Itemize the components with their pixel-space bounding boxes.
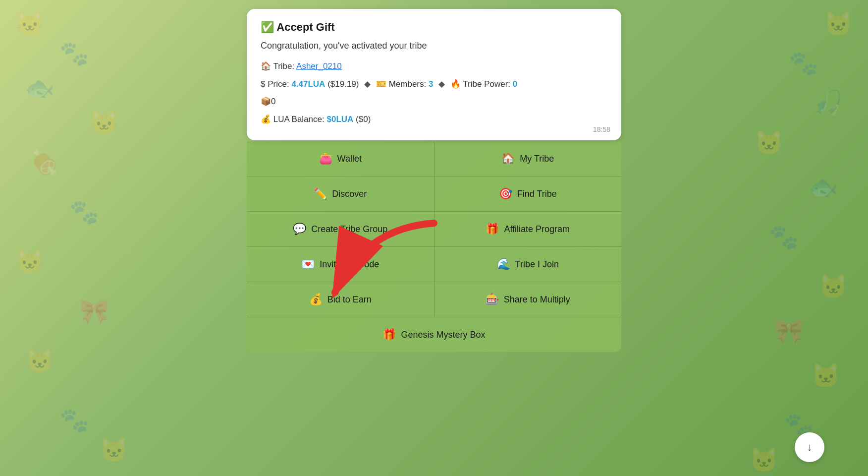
discover-label: Discover bbox=[332, 189, 367, 199]
bid-to-earn-icon: 💰 bbox=[309, 293, 323, 306]
message-subtitle: Congratulation, you've activated your tr… bbox=[261, 41, 607, 51]
find-tribe-label: Find Tribe bbox=[517, 189, 557, 199]
menu-item-create-tribe-group[interactable]: 💬 Create Tribe Group bbox=[247, 212, 434, 246]
my-tribe-icon: 🏠 bbox=[501, 152, 515, 165]
menu-item-affiliate-program[interactable]: 🎁 Affiliate Program bbox=[434, 212, 622, 246]
share-to-multiply-icon: 🎰 bbox=[486, 293, 499, 306]
tribe-i-join-icon: 🌊 bbox=[497, 258, 510, 271]
box-count: 📦0 bbox=[261, 97, 275, 106]
box-row: 📦0 bbox=[261, 95, 607, 108]
chat-area: ✅ Accept Gift Congratulation, you've act… bbox=[241, 0, 627, 476]
lua-balance-value: $0LUA bbox=[326, 115, 353, 124]
tribe-row: 🏠 Tribe: Asher_0210 bbox=[261, 60, 607, 73]
wallet-label: Wallet bbox=[337, 154, 362, 164]
lua-balance-usd: ($0) bbox=[356, 115, 371, 124]
tribe-power-label: Tribe Power: bbox=[463, 79, 510, 89]
tribe-link[interactable]: Asher_0210 bbox=[296, 61, 342, 71]
tribe-power-value: 0 bbox=[513, 79, 517, 89]
menu-item-share-to-multiply[interactable]: 🎰 Share to Multiply bbox=[434, 282, 622, 317]
create-tribe-group-label: Create Tribe Group bbox=[311, 224, 387, 235]
genesis-mystery-box-label: Genesis Mystery Box bbox=[401, 330, 485, 340]
menu-item-find-tribe[interactable]: 🎯 Find Tribe bbox=[434, 177, 622, 211]
members-label: Members: bbox=[389, 79, 427, 89]
lua-balance-label: 💰 LUA Balance: bbox=[261, 115, 325, 124]
menu-item-wallet[interactable]: 👛 Wallet bbox=[247, 141, 434, 176]
price-usd: ($19.19) bbox=[327, 79, 359, 89]
menu-item-tribe-i-join[interactable]: 🌊 Tribe I Join bbox=[434, 247, 622, 282]
menu-item-discover[interactable]: ✏️ Discover bbox=[247, 177, 434, 211]
scroll-down-button[interactable]: ↓ bbox=[795, 432, 824, 462]
menu-item-genesis-mystery-box[interactable]: 🎁 Genesis Mystery Box bbox=[247, 317, 621, 352]
discover-icon: ✏️ bbox=[314, 187, 327, 200]
wallet-icon: 👛 bbox=[319, 152, 332, 165]
invitation-code-label: Invitation Code bbox=[320, 259, 379, 270]
share-to-multiply-label: Share to Multiply bbox=[504, 295, 570, 305]
balance-row: 💰 LUA Balance: $0LUA ($0) bbox=[261, 113, 607, 126]
invitation-code-icon: 💌 bbox=[301, 258, 315, 271]
menu-item-my-tribe[interactable]: 🏠 My Tribe bbox=[434, 141, 622, 176]
members-value: 3 bbox=[429, 79, 433, 89]
tribe-i-join-label: Tribe I Join bbox=[515, 259, 559, 270]
menu-item-bid-to-earn[interactable]: 💰 Bid to Earn bbox=[247, 282, 434, 317]
message-title: ✅ Accept Gift bbox=[261, 21, 607, 34]
bid-to-earn-label: Bid to Earn bbox=[327, 295, 372, 305]
affiliate-program-label: Affiliate Program bbox=[504, 224, 570, 235]
genesis-mystery-box-icon: 🎁 bbox=[382, 328, 396, 341]
price-label: $ Price: bbox=[261, 79, 289, 89]
menu-item-invitation-code[interactable]: 💌 Invitation Code bbox=[247, 247, 434, 282]
affiliate-program-icon: 🎁 bbox=[486, 223, 499, 236]
find-tribe-icon: 🎯 bbox=[499, 187, 512, 200]
scroll-down-icon: ↓ bbox=[807, 441, 813, 454]
tribe-label: 🏠 Tribe: bbox=[261, 61, 294, 71]
price-row: $ Price: 4.47LUA ($19.19) ◆ 🎫 Members: 3… bbox=[261, 78, 607, 91]
create-tribe-group-icon: 💬 bbox=[293, 223, 306, 236]
message-timestamp: 18:58 bbox=[593, 125, 610, 133]
my-tribe-label: My Tribe bbox=[520, 154, 554, 164]
price-value: 4.47LUA bbox=[291, 79, 325, 89]
message-bubble: ✅ Accept Gift Congratulation, you've act… bbox=[247, 9, 621, 140]
menu-grid: 👛 Wallet 🏠 My Tribe ✏️ Discover 🎯 Find T… bbox=[247, 141, 621, 352]
